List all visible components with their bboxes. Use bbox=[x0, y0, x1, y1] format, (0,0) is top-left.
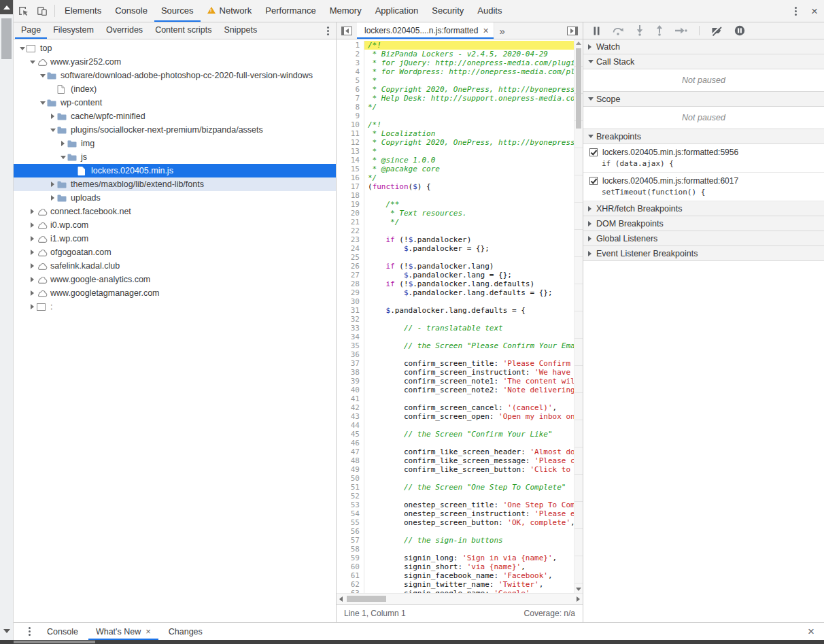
line-number[interactable]: 25 bbox=[337, 253, 364, 262]
line-number[interactable]: 29 bbox=[337, 288, 364, 297]
code-text[interactable] bbox=[364, 545, 574, 554]
code-text[interactable] bbox=[364, 421, 574, 430]
tree-expander-icon[interactable] bbox=[58, 156, 67, 159]
section-expander-icon[interactable] bbox=[588, 97, 596, 101]
main-tab-network[interactable]: Network bbox=[201, 0, 259, 22]
code-text[interactable]: onestep_screen_title: 'One Step To Com bbox=[364, 501, 574, 509]
code-text[interactable]: signin_twitter_name: 'Twitter', bbox=[364, 580, 574, 589]
code-text[interactable]: confirm_like_screen_header: 'Almost do bbox=[364, 447, 574, 456]
code-text[interactable]: if (!$.pandalocker.lang) bbox=[364, 262, 574, 271]
source-editor[interactable]: 1/*!2 * BizPanda Lockers - v2.4.5, 2020-… bbox=[337, 39, 583, 622]
inspect-element-icon[interactable] bbox=[14, 0, 33, 22]
show-debugger-sidebar-icon[interactable] bbox=[562, 22, 583, 39]
tree-item[interactable]: js bbox=[14, 150, 336, 164]
code-text[interactable] bbox=[364, 439, 574, 447]
tree-item[interactable]: lockers.020405.min.js bbox=[14, 164, 336, 177]
code-text[interactable] bbox=[364, 492, 574, 501]
tree-expander-icon[interactable] bbox=[28, 236, 37, 241]
code-text[interactable]: confirm_screen_title: 'Please Confirm bbox=[364, 359, 574, 368]
line-number[interactable]: 33 bbox=[337, 324, 364, 333]
main-tab-elements[interactable]: Elements bbox=[58, 0, 108, 22]
code-text[interactable]: * Copyright 2020, OnePress, http://byone… bbox=[364, 138, 574, 147]
section-expander-icon[interactable] bbox=[588, 44, 596, 50]
code-text[interactable]: * bbox=[364, 76, 574, 85]
tree-item[interactable]: themes/maxblog/lib/extend-lib/fonts bbox=[14, 177, 336, 191]
line-number[interactable]: 40 bbox=[337, 386, 364, 394]
line-number[interactable]: 41 bbox=[337, 394, 364, 403]
tree-expander-icon[interactable] bbox=[28, 209, 37, 214]
code-text[interactable] bbox=[364, 474, 574, 483]
navigator-tab-overrides[interactable]: Overrides bbox=[100, 22, 149, 39]
code-text[interactable]: confirm_screen_instructiont: 'We have bbox=[364, 368, 574, 377]
line-number[interactable]: 11 bbox=[337, 129, 364, 138]
tree-item[interactable]: i0.wp.com bbox=[14, 218, 336, 232]
line-number[interactable]: 24 bbox=[337, 244, 364, 253]
horizontal-scroll-thumb[interactable] bbox=[347, 596, 386, 602]
tree-item[interactable]: uploads bbox=[14, 191, 336, 205]
section-header-global-listeners[interactable]: Global Listeners bbox=[583, 231, 824, 246]
code-text[interactable]: // the sign-in buttons bbox=[364, 536, 574, 545]
close-devtools-icon[interactable]: × bbox=[805, 0, 824, 22]
tree-expander-icon[interactable] bbox=[28, 263, 37, 269]
deactivate-breakpoints-icon[interactable] bbox=[711, 26, 723, 36]
main-tab-application[interactable]: Application bbox=[368, 0, 426, 22]
tree-item[interactable]: : bbox=[14, 300, 336, 313]
tree-item[interactable]: plugins/sociallocker-next-premium/bizpan… bbox=[14, 123, 336, 137]
code-text[interactable]: $.pandalocker.lang.defaults = {}; bbox=[364, 288, 574, 297]
section-expander-icon[interactable] bbox=[588, 221, 596, 226]
drawer-tab-console[interactable]: Console bbox=[39, 623, 86, 640]
code-text[interactable]: confirm_screen_cancel: '(cancel)', bbox=[364, 403, 574, 412]
code-text[interactable]: (function($) { bbox=[364, 182, 574, 191]
tree-expander-icon[interactable] bbox=[28, 277, 37, 282]
line-number[interactable]: 4 bbox=[337, 67, 364, 76]
bottom-scrollbar-thumb[interactable] bbox=[14, 641, 95, 643]
line-number[interactable]: 58 bbox=[337, 545, 364, 554]
code-text[interactable]: * Help Desk: http://support.onepress-med… bbox=[364, 94, 574, 103]
line-number[interactable]: 62 bbox=[337, 580, 364, 589]
code-text[interactable]: confirm_like_screen_message: 'Please c bbox=[364, 456, 574, 465]
navigator-more-options-icon[interactable] bbox=[320, 22, 336, 39]
main-tab-console[interactable]: Console bbox=[108, 0, 154, 22]
scroll-down-icon[interactable] bbox=[576, 588, 581, 591]
code-text[interactable]: */ bbox=[364, 103, 574, 112]
section-expander-icon[interactable] bbox=[588, 135, 596, 138]
code-text[interactable] bbox=[364, 315, 574, 324]
editor-tab-lockers[interactable]: lockers.020405....n.js:formatted × bbox=[357, 22, 494, 39]
line-number[interactable]: 22 bbox=[337, 226, 364, 235]
scrollbar-up-icon[interactable] bbox=[0, 0, 13, 14]
code-text[interactable]: // the Screen "One Step To Complete" bbox=[364, 483, 574, 492]
main-tab-performance[interactable]: Performance bbox=[258, 0, 322, 22]
line-number[interactable]: 50 bbox=[337, 474, 364, 483]
tree-expander-icon[interactable] bbox=[48, 114, 57, 119]
code-text[interactable]: * Copyright 2020, OnePress, http://byone… bbox=[364, 85, 574, 94]
navigator-tab-snippets[interactable]: Snippets bbox=[218, 22, 264, 39]
section-header-call-stack[interactable]: Call Stack bbox=[583, 54, 824, 69]
device-toolbar-icon[interactable] bbox=[33, 0, 52, 22]
code-text[interactable]: * Localization bbox=[364, 129, 574, 138]
breakpoint-entry[interactable]: lockers.020405.min.js:formatted:5956if (… bbox=[583, 144, 824, 173]
line-number[interactable]: 20 bbox=[337, 209, 364, 218]
code-text[interactable] bbox=[364, 112, 574, 120]
line-number[interactable]: 10 bbox=[337, 120, 364, 129]
line-number[interactable]: 44 bbox=[337, 421, 364, 430]
line-number[interactable]: 21 bbox=[337, 218, 364, 226]
tree-item[interactable]: www.googletagmanager.com bbox=[14, 286, 336, 300]
code-text[interactable] bbox=[364, 394, 574, 403]
step-out-icon[interactable] bbox=[655, 25, 664, 36]
line-number[interactable]: 48 bbox=[337, 456, 364, 465]
navigator-tab-content-scripts[interactable]: Content scripts bbox=[149, 22, 218, 39]
tree-expander-icon[interactable] bbox=[48, 129, 57, 132]
section-header-scope[interactable]: Scope bbox=[583, 92, 824, 107]
section-header-xhr-fetch-breakpoints[interactable]: XHR/fetch Breakpoints bbox=[583, 201, 824, 216]
line-number[interactable]: 18 bbox=[337, 191, 364, 200]
tree-item[interactable]: connect.facebook.net bbox=[14, 205, 336, 218]
line-number[interactable]: 43 bbox=[337, 412, 364, 421]
line-number[interactable]: 47 bbox=[337, 447, 364, 456]
line-number[interactable]: 26 bbox=[337, 262, 364, 271]
code-text[interactable]: * @since 1.0.0 bbox=[364, 156, 574, 165]
code-text[interactable]: * BizPanda Lockers - v2.4.5, 2020-04-29 bbox=[364, 50, 574, 58]
line-number[interactable]: 46 bbox=[337, 439, 364, 447]
tree-item[interactable]: software/download-adobe-photoshop-cc-202… bbox=[14, 69, 336, 82]
line-number[interactable]: 6 bbox=[337, 85, 364, 94]
line-number[interactable]: 36 bbox=[337, 350, 364, 359]
